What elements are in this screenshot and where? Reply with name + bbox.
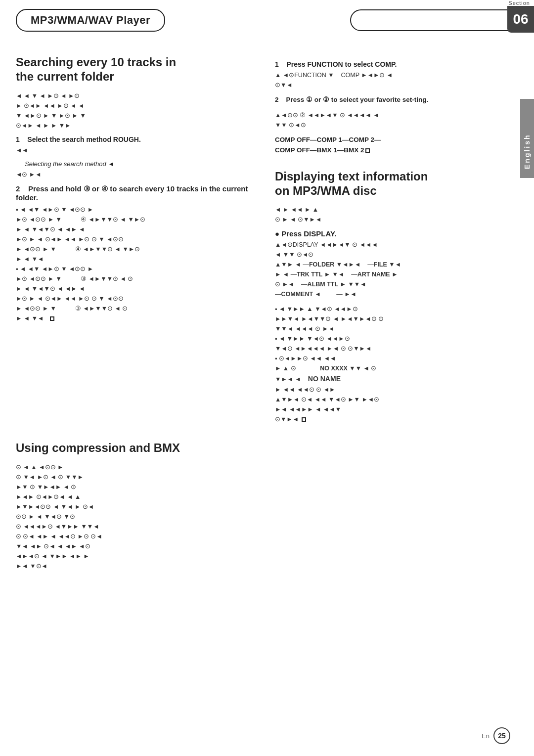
bottom-row: Using compression and BMX ⊙ ◄ ▲ ◄⊙⊙ ► ⊙ … [0,441,534,576]
comp-step2-symbols: ▲◄⊙⊙ ② ◄◄►◄▼ ⊙ ◄◄◄◄ ◄ ▼▼ ⊙◄⊙ [275,110,518,130]
comp-step2-label: 2 Press ① or ② to select your favorite s… [275,95,518,105]
step1-italic: Selecting the search method ◄ [25,160,259,168]
page: Section 06 MP3/WMA/WAV Player English Se… [0,0,534,756]
section-number: 06 [507,6,534,33]
display-heading: Displaying text informationon MP3/WMA di… [275,170,518,198]
search-heading: Searching every 10 tracks inthe current … [16,55,259,84]
footer-page-number: 25 [493,727,510,744]
display-sym-block: ▲◄⊙DISPLAY ◄◄►◄▼ ⊙ ◄◄◄ ◄ ▼▼ ⊙◄⊙ ▲▼► ◄ —F… [275,240,518,299]
compression-symbols: ⊙ ◄ ▲ ◄⊙⊙ ► ⊙ ▼◄ ►⊙ ◄ ⊙ ▼▼► ►▼ ⊙ ▼►◄► ◄ … [16,462,259,571]
end-square [302,417,306,422]
display-symbols-top: ◄ ► ◄◄ ► ▲ ⊙ ► ◄ ⊙▼►◄ [275,205,518,224]
comp-step1-label: 1 Press FUNCTION to select COMP. [275,60,518,68]
step2-label: 2 Press and hold ③ or ④ to search every … [16,184,248,202]
header-title: MP3/WMA/WAV Player [16,9,165,32]
step2-label-block: 2 Press and hold ③ or ④ to search every … [16,184,259,202]
step1-sym2: ◄⊙ ►◄ [16,170,259,179]
comp-options: COMP OFF—COMP 1—COMP 2— COMP OFF—BMX 1—B… [275,135,518,156]
no-name-label: NO NAME [308,375,341,383]
step2-symbols: ▪ ◄ ◄▼ ◄►⊙ ▼ ◄⊙⊙ ► ►⊙ ◄⊙⊙ ► ▼ ④ ◄►▼▼⊙ ◄ … [16,205,259,323]
bmx-square [365,148,370,153]
comp-step1-symbols: ▲ ◄⊙FUNCTION ▼ COMP ►◄►⊙ ◄ ⊙▼◄ [275,70,518,90]
header-right-box [350,9,518,31]
search-symbols-top: ◄ ◄ ▼ ◄ ►⊙ ◄ ►⊙ ► ⊙◄► ◄◄ ►⊙ ◄ ◄ ▼ ◄►⊙ ► … [16,91,259,131]
left-column: Searching every 10 tracks inthe current … [16,55,259,429]
footer: En 25 [482,727,510,744]
stop-square [50,316,54,321]
header: MP3/WMA/WAV Player [0,0,534,32]
display-section: Displaying text informationon MP3/WMA di… [275,170,518,424]
search-section: Searching every 10 tracks inthe current … [16,55,259,323]
press-display-block: ● Press DISPLAY. [275,229,518,238]
bottom-right-filler [275,441,518,576]
step1-label: 1 Select the search method ROUGH. [16,135,259,143]
footer-en-label: En [482,732,490,740]
compression-heading: Using compression and BMX [16,441,259,455]
main-content: Searching every 10 tracks inthe current … [0,41,534,429]
section-label: Section [508,0,530,6]
compression-main-section: Using compression and BMX ⊙ ◄ ▲ ◄⊙⊙ ► ⊙ … [16,441,259,576]
english-sidebar: English [520,99,534,178]
compression-step1: 1 Press FUNCTION to select COMP. ▲ ◄⊙FUN… [275,60,518,156]
section-badge: Section 06 [507,0,534,33]
step1-sym1: ◄◄ [16,145,259,155]
right-column: 1 Press FUNCTION to select COMP. ▲ ◄⊙FUN… [275,55,518,429]
press-display-label: Press DISPLAY. [281,229,336,238]
display-more-symbols: ▪ ◄ ▼►► ▲ ▼◄⊙ ◄◄►⊙ ►►▼◄ ►◄▼▼⊙ ◄ ►◄▼►◄⊙ ⊙… [275,304,518,424]
